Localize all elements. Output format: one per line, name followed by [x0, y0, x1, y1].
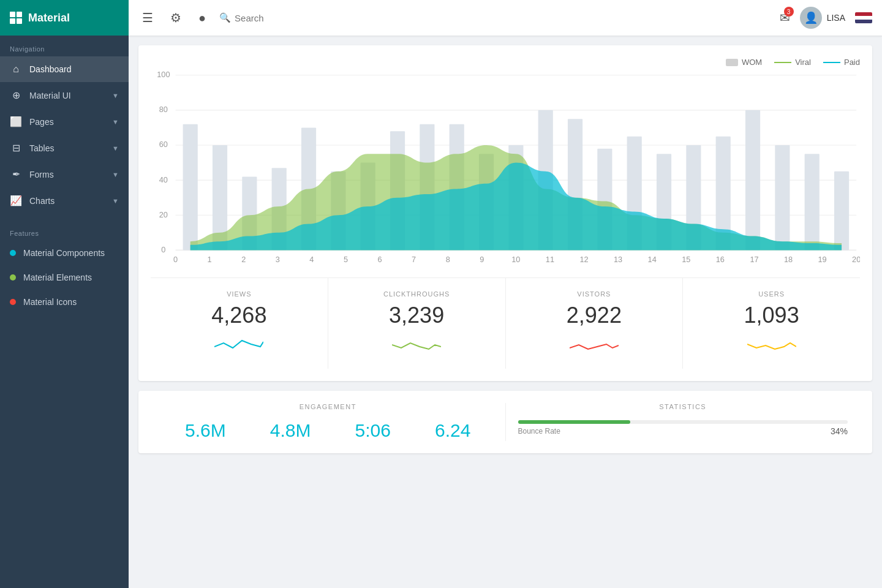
stat-value: 1,093	[693, 303, 850, 328]
sidebar-feature-material-icons[interactable]: Material Icons	[0, 290, 129, 314]
svg-text:100: 100	[157, 72, 170, 79]
settings-icon[interactable]: ⚙	[167, 7, 185, 29]
svg-text:12: 12	[579, 255, 588, 264]
sidebar-item-forms[interactable]: ✒ Forms ▼	[0, 161, 129, 187]
legend-wom-label: WOM	[742, 58, 762, 67]
bounce-rate-container: Bounce Rate 34%	[518, 420, 848, 436]
sidebar-item-label: Forms	[29, 170, 54, 179]
legend-viral-label: Viral	[795, 58, 811, 67]
sparkline-3	[747, 336, 796, 354]
stat-label: VISTORS	[516, 290, 673, 298]
main-area: ☰ ⚙ ● 🔍 ✉ 3 👤 LISA WOM	[129, 0, 882, 588]
svg-text:19: 19	[818, 255, 827, 264]
engagement-metric: 5:06	[355, 420, 391, 441]
legend-paid-label: Paid	[844, 58, 860, 67]
engagement-metrics: 5.6M4.8M5:066.24	[163, 420, 493, 441]
sidebar-feature-material-elements[interactable]: Material Elements	[0, 265, 129, 290]
engagement-title: ENGAGEMENT	[163, 403, 493, 410]
svg-text:15: 15	[682, 255, 690, 264]
svg-text:8: 8	[446, 255, 450, 264]
nav-section-label: Navigation	[0, 36, 129, 56]
svg-text:5: 5	[344, 255, 348, 264]
mail-badge: 3	[784, 7, 794, 17]
feature-dot-material-components	[10, 250, 16, 256]
viral-line	[774, 62, 791, 63]
grid-icon	[10, 12, 22, 24]
pages-icon: ⬜	[10, 116, 22, 127]
svg-rect-34	[834, 172, 849, 251]
svg-text:3: 3	[276, 255, 280, 264]
topbar-right: ✉ 3 👤 LISA	[780, 7, 872, 29]
sidebar-nav: ⌂ Dashboard ⊕ Material UI ▼ ⬜ Pages ▼ ⊟ …	[0, 56, 129, 214]
user-area[interactable]: 👤 LISA	[800, 7, 845, 29]
svg-text:40: 40	[159, 176, 168, 184]
app-title: Material	[28, 12, 70, 24]
bounce-pct: 34%	[831, 426, 848, 436]
svg-rect-33	[805, 154, 820, 250]
main-chart: 100 80 60 40 20 0	[151, 72, 860, 268]
search-area: 🔍	[219, 12, 403, 23]
sidebar-item-dashboard[interactable]: ⌂ Dashboard	[0, 56, 129, 82]
svg-text:10: 10	[511, 255, 520, 264]
stat-value: 4,268	[160, 303, 318, 328]
forms-icon: ✒	[10, 168, 22, 180]
sidebar-feature-material-components[interactable]: Material Components	[0, 241, 129, 265]
svg-text:60: 60	[159, 141, 168, 149]
stat-value: 3,239	[338, 303, 496, 328]
sparkline-2	[570, 336, 619, 354]
stat-value: 2,922	[516, 303, 673, 328]
sparkline-1	[392, 336, 441, 354]
chevron-icon: ▼	[112, 145, 119, 152]
chart-legend: WOM Viral Paid	[151, 58, 860, 67]
feature-dot-material-icons	[10, 299, 16, 305]
sidebar-item-tables[interactable]: ⊟ Tables ▼	[0, 135, 129, 161]
chevron-icon: ▼	[112, 92, 119, 99]
legend-viral: Viral	[774, 58, 811, 67]
bounce-rate-fill	[518, 420, 630, 424]
stat-label: VIEWS	[160, 290, 318, 298]
engagement-section: ENGAGEMENT 5.6M4.8M5:066.24	[151, 403, 506, 441]
bounce-rate-bar	[518, 420, 848, 424]
bounce-label: Bounce Rate 34%	[518, 426, 848, 436]
svg-text:20: 20	[159, 211, 168, 219]
sparkline-0	[214, 336, 263, 354]
feature-label: Material Components	[23, 248, 105, 258]
search-icon: 🔍	[219, 12, 231, 23]
bottom-sections: ENGAGEMENT 5.6M4.8M5:066.24 STATISTICS B…	[151, 403, 860, 441]
svg-text:0: 0	[161, 246, 165, 254]
svg-text:17: 17	[750, 255, 758, 264]
svg-text:7: 7	[412, 255, 416, 264]
svg-rect-12	[183, 124, 198, 251]
features-section-label: Features	[0, 220, 129, 241]
sidebar-item-pages[interactable]: ⬜ Pages ▼	[0, 108, 129, 135]
legend-wom: WOM	[726, 58, 762, 67]
chevron-icon: ▼	[112, 171, 119, 178]
search-input[interactable]	[235, 13, 403, 23]
palette-icon[interactable]: ●	[195, 7, 209, 29]
sidebar-logo[interactable]: Material	[0, 0, 129, 36]
sidebar-item-charts[interactable]: 📈 Charts ▼	[0, 187, 129, 214]
bottom-card: ENGAGEMENT 5.6M4.8M5:066.24 STATISTICS B…	[138, 391, 872, 453]
mail-icon-wrap[interactable]: ✉ 3	[780, 10, 790, 25]
sidebar: Material Navigation ⌂ Dashboard ⊕ Materi…	[0, 0, 129, 588]
sidebar-item-label: Tables	[29, 143, 54, 153]
sidebar-item-material-ui[interactable]: ⊕ Material UI ▼	[0, 82, 129, 108]
paid-line	[823, 62, 840, 63]
statistics-title: STATISTICS	[518, 403, 848, 410]
feature-label: Material Elements	[23, 273, 92, 282]
svg-text:13: 13	[614, 255, 622, 264]
svg-text:9: 9	[480, 255, 484, 264]
svg-text:0: 0	[173, 255, 178, 264]
svg-text:2: 2	[241, 255, 246, 264]
tables-icon: ⊟	[10, 142, 22, 154]
stats-row: VIEWS 4,268 CLICKTHROUGHS 3,239 VISTORS …	[151, 277, 860, 369]
svg-text:80: 80	[159, 105, 168, 114]
svg-rect-32	[775, 145, 790, 250]
svg-text:16: 16	[716, 255, 725, 264]
sidebar-item-label: Material UI	[29, 91, 71, 100]
menu-icon[interactable]: ☰	[138, 7, 157, 29]
svg-text:20: 20	[852, 255, 860, 264]
svg-text:14: 14	[648, 255, 657, 264]
svg-rect-31	[745, 110, 760, 251]
stat-views: VIEWS 4,268	[151, 278, 328, 369]
